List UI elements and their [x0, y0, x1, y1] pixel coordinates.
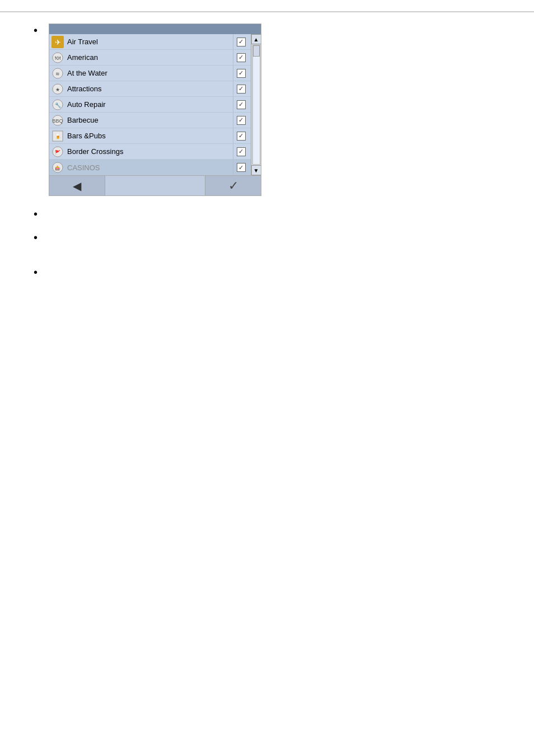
air-travel-checkbox[interactable]: ✓ [233, 34, 249, 49]
ok-icon: ✓ [228, 179, 238, 193]
bars-pubs-icon: 🍺 [51, 130, 64, 142]
svg-text:🎰: 🎰 [55, 165, 60, 171]
at-water-checkbox-box: ✓ [237, 69, 246, 78]
barbecue-checkbox-box: ✓ [237, 116, 246, 125]
scroll-up-button[interactable]: ▲ [251, 34, 261, 44]
border-crossings-checkbox-box: ✓ [237, 147, 246, 156]
third-bullet-section: • [0, 231, 534, 243]
barbecue-icon: BBQ [51, 114, 64, 127]
bars-pubs-label: Bars &Pubs [67, 132, 233, 140]
list-row[interactable]: 🎰 CASINOS ✓ [49, 160, 251, 175]
svg-text:BBQ: BBQ [53, 118, 63, 124]
auto-repair-icon: 🔧 [51, 99, 64, 111]
svg-text:🔧: 🔧 [55, 102, 62, 109]
list-row[interactable]: ✈ Air Travel ✓ [49, 34, 251, 50]
auto-repair-checkmark: ✓ [238, 101, 243, 108]
bullet-2: • [34, 208, 38, 220]
casinos-checkbox-box: ✓ [237, 163, 246, 172]
at-water-checkbox[interactable]: ✓ [233, 66, 249, 81]
border-crossings-icon: 🚩 [51, 146, 64, 158]
air-travel-checkbox-box: ✓ [237, 38, 246, 46]
bullet-4: • [34, 267, 38, 278]
svg-text:🍺: 🍺 [55, 133, 62, 140]
list-inner: ✈ Air Travel ✓ [49, 34, 251, 175]
list-row[interactable]: BBQ Barbecue ✓ [49, 113, 251, 128]
top-divider [0, 11, 534, 12]
bars-pubs-checkbox[interactable]: ✓ [233, 128, 249, 143]
list-row[interactable]: 🚩 Border Crossings ✓ [49, 144, 251, 160]
fourth-bullet-section: • [0, 265, 534, 278]
svg-text:≋: ≋ [55, 71, 60, 77]
list-row[interactable]: ★ Attractions ✓ [49, 81, 251, 97]
page-container: • ✈ Air Travel [0, 0, 534, 756]
barbecue-checkmark: ✓ [238, 116, 243, 124]
auto-repair-checkbox[interactable]: ✓ [233, 97, 249, 112]
back-button[interactable]: ◀ [49, 176, 105, 195]
american-icon: 🍽 [51, 52, 64, 64]
bars-pubs-checkmark: ✓ [238, 132, 243, 139]
american-label: American [67, 53, 233, 62]
barbecue-label: Barbecue [67, 116, 233, 124]
attractions-checkbox[interactable]: ✓ [233, 81, 249, 96]
american-checkmark: ✓ [238, 54, 243, 61]
attractions-checkbox-box: ✓ [237, 85, 246, 94]
auto-repair-checkbox-box: ✓ [237, 100, 246, 109]
list-row[interactable]: ≋ At the Water ✓ [49, 66, 251, 81]
attractions-checkmark: ✓ [238, 85, 243, 92]
widget-footer: ◀ ✓ [49, 175, 261, 195]
footer-spacer [105, 176, 205, 195]
auto-repair-label: Auto Repair [67, 100, 233, 109]
casinos-checkbox[interactable]: ✓ [233, 160, 249, 175]
at-water-icon: ≋ [51, 67, 64, 80]
scroll-track[interactable] [252, 45, 260, 165]
scroll-down-button[interactable]: ▼ [251, 165, 261, 175]
list-with-scrollbar: ✈ Air Travel ✓ [49, 34, 261, 175]
border-crossings-checkbox[interactable]: ✓ [233, 144, 249, 159]
scrollbar[interactable]: ▲ ▼ [251, 34, 261, 175]
list-row[interactable]: 🍺 Bars &Pubs ✓ [49, 128, 251, 144]
bullet-1: • [34, 25, 38, 36]
casinos-icon: 🎰 [51, 161, 64, 174]
list-row[interactable]: 🔧 Auto Repair ✓ [49, 97, 251, 113]
svg-text:✈: ✈ [55, 38, 61, 46]
attractions-icon: ★ [51, 83, 64, 95]
back-icon: ◀ [73, 179, 81, 193]
american-checkbox[interactable]: ✓ [233, 50, 249, 65]
at-the-water-label: At the Water [67, 69, 233, 77]
border-crossings-checkmark: ✓ [238, 148, 243, 155]
air-travel-checkmark: ✓ [238, 38, 243, 45]
air-travel-label: Air Travel [67, 38, 233, 46]
air-travel-icon: ✈ [51, 36, 64, 48]
second-bullet-section: • [0, 207, 534, 220]
first-bullet-section: • ✈ Air Travel [0, 24, 534, 196]
bullet-3: • [34, 232, 38, 243]
scroll-thumb[interactable] [253, 45, 260, 57]
casinos-checkmark: ✓ [238, 164, 243, 171]
poi-list-widget: ✈ Air Travel ✓ [49, 24, 261, 196]
barbecue-checkbox[interactable]: ✓ [233, 113, 249, 128]
widget-header [49, 24, 261, 34]
svg-text:🍽: 🍽 [55, 55, 60, 61]
american-checkbox-box: ✓ [237, 53, 246, 62]
ok-button[interactable]: ✓ [205, 176, 261, 195]
svg-text:🚩: 🚩 [55, 150, 60, 155]
svg-text:★: ★ [55, 87, 60, 92]
casinos-label: CASINOS [67, 164, 233, 172]
attractions-label: Attractions [67, 85, 233, 93]
bars-pubs-checkbox-box: ✓ [237, 132, 246, 141]
border-crossings-label: Border Crossings [67, 147, 233, 156]
list-row[interactable]: 🍽 American ✓ [49, 50, 251, 66]
at-water-checkmark: ✓ [238, 69, 243, 77]
